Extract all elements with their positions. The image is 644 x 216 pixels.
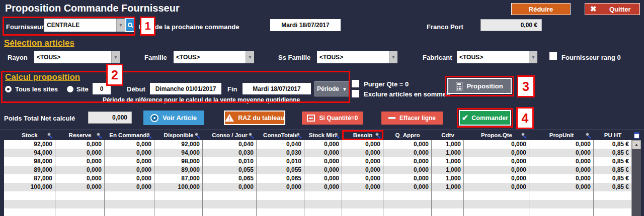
table-cell[interactable]: 1,000 bbox=[432, 157, 464, 166]
table-cell[interactable] bbox=[529, 200, 594, 208]
table-cell[interactable]: 0,000 bbox=[383, 140, 432, 149]
table-menu-corner[interactable] bbox=[632, 130, 641, 140]
table-cell[interactable]: 0,055 bbox=[203, 166, 257, 174]
table-cell[interactable]: 0,000 bbox=[304, 140, 342, 149]
column-search-icon[interactable] bbox=[97, 133, 100, 136]
reduce-button[interactable]: Réduire bbox=[511, 3, 571, 15]
table-cell[interactable] bbox=[383, 208, 432, 216]
table-cell[interactable]: 0,85 € bbox=[594, 149, 632, 157]
table-cell[interactable]: 0,000 bbox=[529, 166, 594, 174]
table-cell[interactable]: 98,000 bbox=[4, 157, 55, 166]
table-cell[interactable]: 0,000 bbox=[304, 174, 342, 183]
table-row[interactable]: 94,0000,0000,00094,0000,0300,0300,0000,0… bbox=[0, 149, 644, 157]
table-cell[interactable] bbox=[4, 200, 55, 208]
table-cell[interactable]: 92,000 bbox=[4, 140, 55, 149]
table-cell[interactable]: 0,000 bbox=[383, 183, 432, 191]
table-cell[interactable] bbox=[304, 208, 342, 216]
next-order-date-field[interactable]: Mardi 18/07/2017 bbox=[270, 19, 341, 31]
table-cell[interactable]: 0,000 bbox=[105, 157, 154, 166]
column-search-icon[interactable] bbox=[334, 133, 338, 136]
column-search-icon[interactable] bbox=[375, 133, 379, 136]
table-cell[interactable] bbox=[432, 191, 464, 200]
table-cell[interactable] bbox=[529, 208, 594, 216]
column-search-icon[interactable] bbox=[47, 133, 51, 136]
table-cell[interactable] bbox=[529, 191, 594, 200]
fabricant-combo[interactable]: <TOUS> ▼ bbox=[457, 51, 537, 63]
table-row[interactable]: 92,0000,0000,00092,0000,0400,0400,0000,0… bbox=[0, 140, 644, 149]
effacer-ligne-button[interactable]: Effacer ligne bbox=[381, 112, 443, 125]
table-cell[interactable]: 0,000 bbox=[257, 183, 304, 191]
table-empty-row[interactable] bbox=[0, 191, 644, 200]
table-cell[interactable]: 0,000 bbox=[383, 166, 432, 174]
table-cell[interactable] bbox=[4, 191, 55, 200]
table-cell[interactable] bbox=[105, 200, 154, 208]
table-cell[interactable] bbox=[594, 191, 632, 200]
table-cell[interactable] bbox=[257, 208, 304, 216]
column-search-icon[interactable] bbox=[296, 133, 300, 136]
table-cell[interactable]: 0,000 bbox=[304, 166, 342, 174]
table-cell[interactable]: 0,000 bbox=[55, 157, 105, 166]
table-cell[interactable]: 0,000 bbox=[464, 157, 529, 166]
table-cell[interactable] bbox=[154, 208, 203, 216]
table-cell[interactable]: 1,000 bbox=[432, 174, 464, 183]
table-cell[interactable]: 0,000 bbox=[55, 183, 105, 191]
table-cell[interactable] bbox=[383, 200, 432, 208]
table-cell[interactable]: 1,000 bbox=[432, 149, 464, 157]
table-cell[interactable] bbox=[105, 191, 154, 200]
table-cell[interactable]: 0,030 bbox=[203, 149, 257, 157]
table-cell[interactable]: 0,065 bbox=[203, 174, 257, 183]
table-cell[interactable] bbox=[55, 200, 105, 208]
table-cell[interactable]: 0,000 bbox=[55, 174, 105, 183]
table-cell[interactable]: 0,85 € bbox=[594, 183, 632, 191]
chevron-down-icon[interactable]: ▼ bbox=[111, 51, 120, 63]
column-header-disponible[interactable]: Disponible bbox=[154, 130, 203, 140]
table-cell[interactable] bbox=[55, 191, 105, 200]
table-empty-row[interactable] bbox=[0, 208, 644, 216]
table-cell[interactable] bbox=[464, 191, 529, 200]
weight-field[interactable]: 0,000 bbox=[88, 112, 132, 124]
table-cell[interactable]: 0,065 bbox=[257, 174, 304, 183]
column-search-icon[interactable] bbox=[521, 133, 525, 136]
table-cell[interactable]: 0,85 € bbox=[594, 166, 632, 174]
table-cell[interactable]: 0,000 bbox=[203, 183, 257, 191]
table-row[interactable]: 89,0000,0000,00089,0000,0550,0550,0000,0… bbox=[0, 166, 644, 174]
table-cell[interactable] bbox=[203, 208, 257, 216]
table-cell[interactable] bbox=[4, 208, 55, 216]
column-header-q-appro[interactable]: Q_Appro bbox=[383, 130, 432, 140]
table-cell[interactable]: 0,000 bbox=[464, 166, 529, 174]
table-cell[interactable]: 89,000 bbox=[4, 166, 55, 174]
table-cell[interactable]: 0,000 bbox=[464, 149, 529, 157]
voir-article-button[interactable]: Voir Article bbox=[143, 111, 204, 125]
table-cell[interactable]: 98,000 bbox=[154, 157, 203, 166]
table-cell[interactable]: 0,000 bbox=[529, 157, 594, 166]
table-cell[interactable] bbox=[594, 208, 632, 216]
chevron-down-icon[interactable]: ▼ bbox=[389, 51, 397, 63]
column-header-propos-qte[interactable]: Propos.Qte bbox=[464, 130, 529, 140]
table-cell[interactable]: 0,000 bbox=[342, 166, 383, 174]
table-cell[interactable]: 94,000 bbox=[4, 149, 55, 157]
table-cell[interactable] bbox=[154, 200, 203, 208]
table-cell[interactable]: 0,000 bbox=[383, 157, 432, 166]
table-cell[interactable]: 0,000 bbox=[304, 149, 342, 157]
table-cell[interactable]: 0,000 bbox=[342, 157, 383, 166]
table-cell[interactable]: 0,000 bbox=[105, 183, 154, 191]
column-header-stock[interactable]: Stock bbox=[4, 130, 55, 140]
chevron-down-icon[interactable]: ▼ bbox=[246, 51, 254, 63]
table-cell[interactable] bbox=[342, 208, 383, 216]
table-cell[interactable]: 94,000 bbox=[154, 149, 203, 157]
table-cell[interactable] bbox=[154, 191, 203, 200]
table-cell[interactable]: 0,000 bbox=[304, 183, 342, 191]
vertical-scrollbar[interactable] bbox=[632, 149, 641, 216]
table-cell[interactable]: 0,000 bbox=[342, 140, 383, 149]
ss-famille-combo[interactable]: <TOUS> ▼ bbox=[317, 51, 397, 63]
table-cell[interactable]: 1,000 bbox=[432, 183, 464, 191]
table-cell[interactable] bbox=[342, 191, 383, 200]
table-cell[interactable]: 0,055 bbox=[257, 166, 304, 174]
table-cell[interactable]: 87,000 bbox=[4, 174, 55, 183]
table-row[interactable]: 87,0000,0000,00087,0000,0650,0650,0000,0… bbox=[0, 174, 644, 183]
column-search-icon[interactable] bbox=[586, 133, 589, 136]
table-cell[interactable]: 0,040 bbox=[203, 140, 257, 149]
table-cell[interactable] bbox=[105, 208, 154, 216]
fournisseur-rang0-checkbox[interactable] bbox=[549, 52, 557, 60]
table-cell[interactable]: 0,000 bbox=[464, 183, 529, 191]
